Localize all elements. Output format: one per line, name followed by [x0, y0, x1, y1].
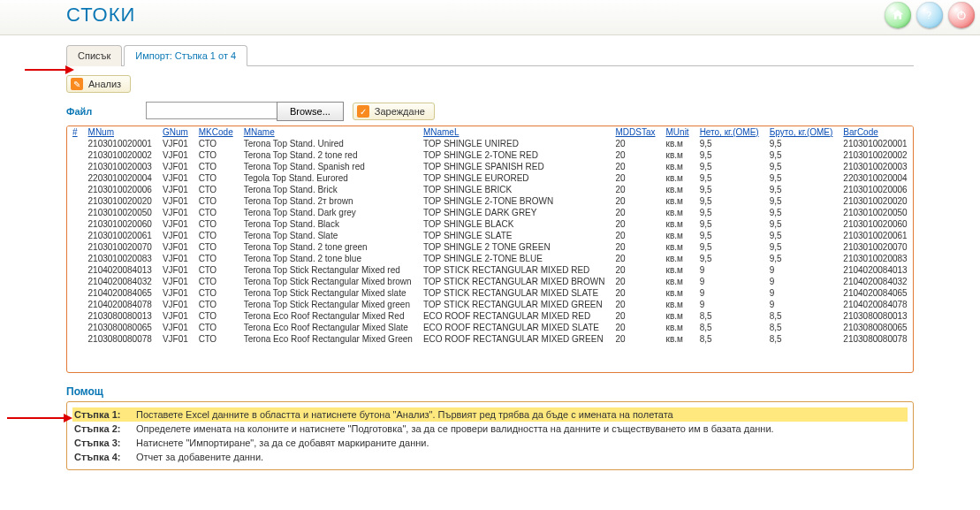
table-row[interactable]: 2104020084065VJF01СТОTerona Top Stick Re… [67, 287, 913, 299]
tab-import[interactable]: Импорт: Стъпка 1 от 4 [124, 45, 247, 66]
table-row[interactable]: 2103010020061VJF01СТОTerona Top Stand. S… [67, 230, 913, 241]
table-row[interactable]: 2104020084013VJF01СТОTerona Top Stick Re… [67, 264, 913, 276]
table-cell [67, 195, 83, 207]
column-header[interactable]: MKCode [194, 126, 239, 138]
table-row[interactable]: 2103080080013VJF01СТОTerona Eco Roof Rec… [67, 310, 913, 322]
column-header[interactable]: BarCode [838, 126, 912, 138]
table-cell: TOP STICK RECTANGULAR MIXED SLATE [418, 287, 611, 299]
table-cell: 2104020084032 [838, 276, 912, 287]
table-cell: 9,5 [764, 241, 839, 253]
table-cell: кв.м [661, 161, 695, 172]
column-header[interactable]: MDDSTax [611, 126, 661, 138]
power-button[interactable] [948, 2, 975, 28]
table-cell: кв.м [661, 184, 695, 195]
table-cell: TOP SHINGLE EURORED [418, 172, 611, 184]
table-row[interactable]: 2103010020001VJF01СТОTerona Top Stand. U… [67, 138, 913, 149]
table-cell: 20 [611, 172, 661, 184]
table-cell: Terona Top Stand. Brick [239, 184, 418, 195]
grid-scroll[interactable]: #MNumGNumMKCodeMNameMNameLMDDSTaxMUnitНе… [67, 126, 913, 372]
column-header[interactable]: Нето, кг.(ОМЕ) [695, 126, 764, 138]
table-cell: СТО [194, 333, 239, 345]
load-button[interactable]: Зареждане [353, 103, 435, 120]
table-cell: 2103010020060 [83, 218, 157, 230]
table-cell: СТО [194, 161, 239, 172]
help-button[interactable]: ? [916, 2, 943, 28]
table-cell: VJF01 [157, 322, 194, 333]
table-cell: TOP SHINGLE 2 TONE GREEN [418, 241, 611, 253]
table-cell [67, 207, 83, 218]
table-cell: 20 [611, 333, 661, 345]
table-cell: TOP STICK RECTANGULAR MIXED RED [418, 264, 611, 276]
table-row[interactable]: 2103010020070VJF01СТОTerona Top Stand. 2… [67, 241, 913, 253]
table-row[interactable]: 2103010020083VJF01СТОTerona Top Stand. 2… [67, 253, 913, 264]
table-row[interactable]: 2103080080078VJF01СТОTerona Eco Roof Rec… [67, 333, 913, 345]
table-row[interactable]: 2103010020060VJF01СТОTerona Top Stand. B… [67, 218, 913, 230]
table-cell: 9 [695, 299, 764, 310]
column-header[interactable]: # [67, 126, 83, 138]
table-cell: 2103080080065 [838, 322, 912, 333]
table-cell: 8,5 [695, 322, 764, 333]
column-header[interactable]: MNameL [418, 126, 611, 138]
table-cell: 2103080080065 [83, 322, 157, 333]
help-step-label: Стъпка 1: [74, 409, 136, 420]
table-cell: 20 [611, 207, 661, 218]
table-cell [67, 184, 83, 195]
table-cell: Terona Top Stick Rectangular Mixed brown [239, 276, 418, 287]
table-cell: СТО [194, 322, 239, 333]
table-row[interactable]: 2104020084078VJF01СТОTerona Top Stick Re… [67, 299, 913, 310]
table-row[interactable]: 2103010020006VJF01СТОTerona Top Stand. B… [67, 184, 913, 195]
table-cell: 2103010020002 [83, 149, 157, 161]
table-cell: 2104020084013 [83, 264, 157, 276]
table-cell [67, 299, 83, 310]
table-cell: ECO ROOF RECTANGULAR MIXED RED [418, 310, 611, 322]
table-cell: 9,5 [764, 172, 839, 184]
table-row[interactable]: 2103080080065VJF01СТОTerona Eco Roof Rec… [67, 322, 913, 333]
table-cell: 2103080080078 [838, 333, 912, 345]
table-cell: 20 [611, 161, 661, 172]
table-row[interactable]: 2103010020003VJF01СТОTerona Top Stand. S… [67, 161, 913, 172]
page-title: СТОКИ [66, 4, 135, 27]
table-row[interactable]: 2103010020050VJF01СТОTerona Top Stand. D… [67, 207, 913, 218]
table-row[interactable]: 2203010020004VJF01СТОTegola Top Stand. E… [67, 172, 913, 184]
table-cell: 9 [764, 287, 839, 299]
table-cell: Terona Top Stick Rectangular Mixed red [239, 264, 418, 276]
table-cell: TOP STICK RECTANGULAR MIXED GREEN [418, 299, 611, 310]
table-cell: кв.м [661, 218, 695, 230]
table-cell: 2203010020004 [838, 172, 912, 184]
table-row[interactable]: 2103010020020VJF01СТОTerona Top Stand. 2… [67, 195, 913, 207]
file-input[interactable] [146, 102, 277, 119]
table-cell: 9 [764, 264, 839, 276]
table-cell: 9,5 [764, 195, 839, 207]
analyze-button[interactable]: Анализ [66, 75, 131, 93]
table-cell: VJF01 [157, 195, 194, 207]
table-cell: СТО [194, 207, 239, 218]
table-cell: СТО [194, 287, 239, 299]
column-header[interactable]: MNum [83, 126, 157, 138]
table-row[interactable]: 2103010020002VJF01СТОTerona Top Stand. 2… [67, 149, 913, 161]
table-cell: 2104020084032 [83, 276, 157, 287]
table-cell: СТО [194, 195, 239, 207]
column-header[interactable]: MUnit [661, 126, 695, 138]
table-cell: 2203010020004 [83, 172, 157, 184]
column-header[interactable]: Бруто, кг.(ОМЕ) [764, 126, 839, 138]
table-cell: 20 [611, 149, 661, 161]
column-header[interactable]: MName [239, 126, 418, 138]
tabs: Списък Импорт: Стъпка 1 от 4 [66, 44, 914, 66]
table-cell: 8,5 [764, 322, 839, 333]
home-button[interactable] [885, 2, 911, 28]
tab-list[interactable]: Списък [66, 45, 122, 66]
table-cell: кв.м [661, 195, 695, 207]
table-cell: 2103010020006 [83, 184, 157, 195]
table-row[interactable]: 2104020084032VJF01СТОTerona Top Stick Re… [67, 276, 913, 287]
table-cell: 2103010020001 [838, 138, 912, 149]
table-cell: VJF01 [157, 161, 194, 172]
table-cell: кв.м [661, 276, 695, 287]
table-cell: TOP STICK RECTANGULAR MIXED BROWN [418, 276, 611, 287]
browse-button[interactable]: Browse... [277, 102, 344, 121]
table-cell: 20 [611, 184, 661, 195]
table-cell: 2103010020006 [838, 184, 912, 195]
table-cell: 2103010020020 [83, 195, 157, 207]
help-step-text: Определете имената на колоните и натисне… [136, 423, 774, 434]
column-header[interactable]: GNum [157, 126, 194, 138]
table-cell: кв.м [661, 172, 695, 184]
